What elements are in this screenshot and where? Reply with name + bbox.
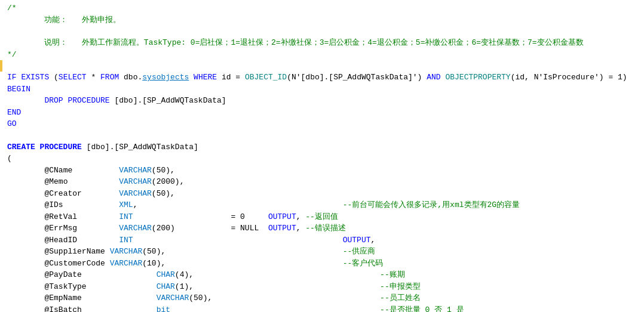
code-line: ( <box>0 153 644 165</box>
code-token: @RetVal <box>7 212 119 221</box>
code-token: @IsBatch <box>7 305 157 313</box>
code-token: BEGIN <box>7 85 30 94</box>
code-token: @CName <box>7 166 119 175</box>
line-indicator <box>0 130 2 141</box>
code-token: VARCHAR <box>110 259 143 268</box>
code-token: = 0 <box>133 212 268 221</box>
code-token: * <box>87 73 100 82</box>
code-token <box>189 73 194 82</box>
code-token: OUTPUT <box>268 224 296 233</box>
line-text: IF EXISTS (SELECT * FROM dbo.sysobjects … <box>2 72 644 84</box>
code-line: 功能： 外勤申报。 <box>0 14 644 26</box>
code-token: 功能： 外勤申报。 <box>7 16 121 24</box>
line-text: ( <box>2 153 644 165</box>
code-token: --前台可能会传入很多记录,用xml类型有2G的容量 <box>343 200 520 209</box>
code-token: (200) = NULL <box>152 224 268 233</box>
code-token: OBJECT_ID <box>245 73 287 82</box>
code-token: ( <box>7 154 12 163</box>
code-token: CREATE PROCEDURE <box>7 143 82 152</box>
code-token: AND <box>427 73 440 82</box>
code-token: OUTPUT <box>343 236 371 245</box>
code-token: --是否批量 0 否 1 是 <box>380 305 464 313</box>
code-token: INT <box>119 212 133 221</box>
line-text: BEGIN <box>2 84 644 95</box>
code-line: @CName VARCHAR(50), <box>0 165 644 177</box>
line-text: /* <box>2 2 644 14</box>
code-token <box>137 200 342 209</box>
line-text: @HeadID INT OUTPUT, <box>2 234 644 246</box>
code-line: @EmpName VARCHAR(50), --员工姓名 <box>0 292 644 304</box>
code-token: SELECT <box>59 73 87 82</box>
code-token: (50), <box>152 166 175 175</box>
line-text: @SupplierName VARCHAR(50), --供应商 <box>2 246 644 258</box>
code-token: @PayDate <box>7 270 157 279</box>
code-token: , <box>296 212 306 221</box>
code-line: @PayDate CHAR(4), --账期 <box>0 269 644 281</box>
code-line: @Creator VARCHAR(50), <box>0 188 644 200</box>
code-line: @TaskType CHAR(1), --申报类型 <box>0 281 644 293</box>
code-token: @EmpName <box>7 294 157 302</box>
code-token: (50), <box>152 189 175 198</box>
line-text: 说明： 外勤工作新流程。TaskType: 0=启社保；1=退社保；2=补缴社保… <box>2 37 644 49</box>
code-token: 说明： 外勤工作新流程。TaskType: 0=启社保；1=退社保；2=补缴社保… <box>7 38 584 47</box>
code-line: @IsBatch bit --是否批量 0 否 1 是 <box>0 304 644 313</box>
code-line <box>0 130 644 141</box>
code-line: @Memo VARCHAR(2000), <box>0 176 644 188</box>
code-line: DROP PROCEDURE [dbo].[SP_AddWQTaskData] <box>0 95 644 107</box>
code-line: BEGIN <box>0 84 644 95</box>
code-token: --账期 <box>380 270 405 279</box>
code-token: , <box>296 224 306 233</box>
code-token: GO <box>7 119 17 128</box>
code-token: @Creator <box>7 189 119 198</box>
code-token: --申报类型 <box>380 282 421 291</box>
code-token: OUTPUT <box>268 212 296 221</box>
code-token: CHAR <box>157 282 175 291</box>
code-token: (10), <box>142 259 342 268</box>
code-token: --员工姓名 <box>380 294 421 302</box>
code-line: */ <box>0 49 644 61</box>
code-token: XML <box>119 200 133 209</box>
line-text: @IDs XML, --前台可能会传入很多记录,用xml类型有2G的容量 <box>2 199 644 211</box>
code-line: GO <box>0 118 644 130</box>
code-line: 说明： 外勤工作新流程。TaskType: 0=启社保；1=退社保；2=补缴社保… <box>0 37 644 49</box>
code-line: @SupplierName VARCHAR(50), --供应商 <box>0 246 644 258</box>
code-line <box>0 60 644 72</box>
code-token: VARCHAR <box>119 189 152 198</box>
code-token: --供应商 <box>343 247 376 256</box>
code-token: (50), <box>189 294 380 302</box>
code-token: bit <box>157 305 170 313</box>
code-token: END <box>7 108 21 117</box>
line-text: @ErrMsg VARCHAR(200) = NULL OUTPUT, --错误… <box>2 223 644 234</box>
code-token: (1), <box>175 282 380 291</box>
code-token: , <box>371 236 376 245</box>
code-line: END <box>0 107 644 119</box>
code-token: FROM <box>100 73 119 82</box>
line-text: @TaskType CHAR(1), --申报类型 <box>2 281 644 293</box>
line-text: @RetVal INT = 0 OUTPUT, --返回值 <box>2 211 644 223</box>
code-token: VARCHAR <box>110 247 143 256</box>
line-indicator <box>0 60 2 72</box>
code-token: VARCHAR <box>119 177 152 186</box>
code-token: dbo. <box>119 73 142 82</box>
code-token: VARCHAR <box>119 166 152 175</box>
code-editor: /* 功能： 外勤申报。 说明： 外勤工作新流程。TaskType: 0=启社保… <box>0 0 644 312</box>
code-token: @CustomerCode <box>7 259 110 268</box>
code-token: DROP PROCEDURE <box>44 96 109 105</box>
code-token: (2000), <box>152 177 185 186</box>
code-line: @RetVal INT = 0 OUTPUT, --返回值 <box>0 211 644 223</box>
line-text: DROP PROCEDURE [dbo].[SP_AddWQTaskData] <box>2 95 644 107</box>
code-token: [dbo].[SP_AddWQTaskData] <box>82 143 198 152</box>
code-token: @Memo <box>7 177 119 186</box>
line-text: GO <box>2 118 644 130</box>
code-token: (N'[dbo].[SP_AddWQTaskData]') <box>287 73 427 82</box>
line-text: 功能： 外勤申报。 <box>2 14 644 26</box>
code-token: --返回值 <box>305 212 338 221</box>
code-token: (50), <box>142 247 342 256</box>
code-token: (id, N'IsProcedure') = 1) <box>511 73 627 82</box>
line-text: @Memo VARCHAR(2000), <box>2 176 644 188</box>
code-token: ( <box>49 73 59 82</box>
code-token: @ErrMsg <box>7 224 119 233</box>
line-text: @Creator VARCHAR(50), <box>2 188 644 200</box>
code-token: VARCHAR <box>157 294 189 302</box>
code-token: WHERE <box>194 73 217 82</box>
